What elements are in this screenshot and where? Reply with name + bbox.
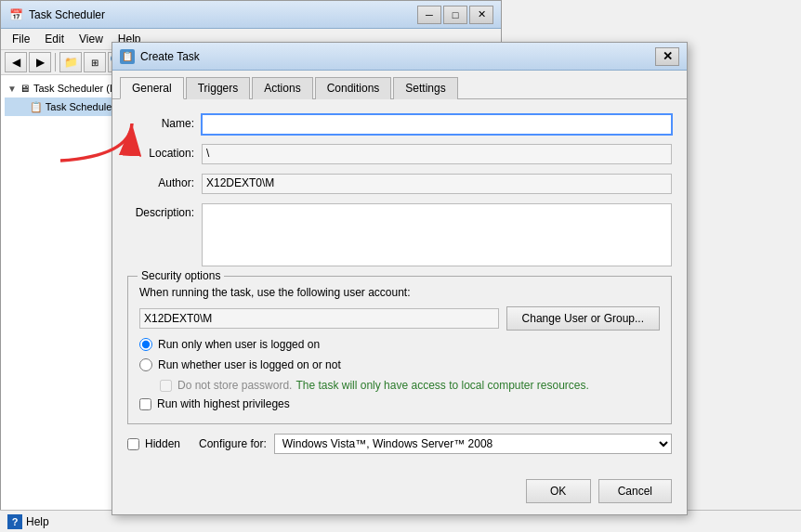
configure-row: Configure for: Windows Vista™, Windows S… [199, 434, 672, 454]
tree-label-child: Task Scheduler [46, 101, 115, 112]
radio-whether-row: Run whether user is logged on or not [139, 358, 660, 371]
tab-actions[interactable]: Actions [252, 77, 312, 99]
name-input[interactable] [202, 114, 672, 135]
dont-store-checkbox [160, 380, 172, 392]
tree-label-root: Task Scheduler (L [33, 83, 115, 94]
dialog-title: Create Task [140, 50, 655, 63]
location-row: Location: \ [127, 144, 672, 164]
when-running-label: When running the task, use the following… [139, 286, 660, 299]
help-btn[interactable]: ? Help [7, 514, 49, 529]
security-group-label: Security options [138, 269, 224, 282]
hidden-label: Hidden [145, 437, 180, 450]
author-value: X12DEXT0\M [202, 174, 672, 194]
radio-logged-on[interactable] [139, 338, 152, 351]
ts-window-controls: ─ □ ✕ [417, 6, 493, 24]
location-label: Location: [127, 144, 202, 160]
back-btn[interactable]: ◀ [5, 52, 27, 72]
description-label: Description: [127, 203, 202, 219]
ok-btn[interactable]: OK [526, 479, 591, 503]
menu-view[interactable]: View [72, 31, 111, 47]
tree-item-child[interactable]: 📋 Task Scheduler [5, 97, 117, 116]
account-input[interactable] [139, 308, 499, 329]
menu-edit[interactable]: Edit [37, 31, 72, 47]
menu-file[interactable]: File [5, 31, 37, 47]
author-row: Author: X12DEXT0\M [127, 174, 672, 194]
name-row: Name: [127, 114, 672, 135]
hidden-checkbox[interactable] [127, 438, 139, 450]
dialog-titlebar: 📋 Create Task ✕ [112, 43, 687, 71]
author-label: Author: [127, 174, 202, 189]
description-row: Description: [127, 203, 672, 266]
dialog-buttons: OK Cancel [526, 479, 672, 503]
help-label: Help [26, 515, 49, 528]
ts-title: Task Scheduler [29, 8, 417, 21]
ts-titlebar: 📅 Task Scheduler ─ □ ✕ [1, 1, 501, 29]
privileges-checkbox[interactable] [139, 398, 151, 410]
hidden-configure-row: Hidden Configure for: Windows Vista™, Wi… [127, 434, 672, 454]
ts-maximize-btn[interactable]: □ [443, 6, 467, 24]
configure-label: Configure for: [199, 437, 267, 450]
radio-logged-on-row: Run only when user is logged on [139, 338, 660, 351]
tree-item-root[interactable]: ▼ 🖥 Task Scheduler (L [5, 79, 117, 97]
cancel-btn[interactable]: Cancel [598, 479, 672, 503]
radio-whether[interactable] [139, 358, 152, 371]
dont-store-label: Do not store password. [177, 379, 292, 392]
account-row: Change User or Group... [139, 306, 660, 331]
tab-triggers[interactable]: Triggers [186, 77, 251, 99]
tree-icon-root: 🖥 [18, 81, 31, 96]
toolbar-sep [55, 53, 56, 71]
new-task-btn[interactable]: ⊞ [84, 52, 106, 72]
tree-expand-root[interactable]: ▼ [7, 82, 18, 95]
dialog-general-content: Name: Location: \ Author: X12DEXT0\M Des… [112, 99, 687, 469]
ts-close-btn[interactable]: ✕ [469, 6, 493, 24]
dialog-tabs: General Triggers Actions Conditions Sett… [112, 71, 687, 99]
ts-app-icon: 📅 [8, 7, 23, 22]
tree-expand-child[interactable] [23, 100, 30, 113]
tab-settings[interactable]: Settings [393, 77, 457, 99]
dialog-close-btn[interactable]: ✕ [655, 47, 679, 66]
dialog-title-icon: 📋 [120, 49, 135, 64]
dont-store-row: Do not store password. The task will onl… [139, 379, 660, 392]
change-user-btn[interactable]: Change User or Group... [506, 306, 660, 331]
ts-tree-panel: ▼ 🖥 Task Scheduler (L 📋 Task Scheduler [1, 75, 122, 529]
description-input[interactable] [202, 203, 672, 266]
privileges-row: Run with highest privileges [139, 397, 660, 410]
radio-logged-on-label: Run only when user is logged on [158, 338, 320, 351]
privileges-label: Run with highest privileges [157, 397, 290, 410]
local-resources-label: The task will only have access to local … [295, 379, 588, 392]
create-task-dialog: 📋 Create Task ✕ General Triggers Actions… [112, 42, 688, 515]
security-options-group: Security options When running the task, … [127, 276, 672, 424]
tab-conditions[interactable]: Conditions [315, 77, 392, 99]
forward-btn[interactable]: ▶ [29, 52, 51, 72]
tree-icon-child: 📋 [30, 99, 43, 114]
location-value: \ [202, 144, 672, 164]
configure-select[interactable]: Windows Vista™, Windows Server™ 2008 Win… [274, 434, 672, 454]
radio-whether-label: Run whether user is logged on or not [158, 358, 341, 371]
tab-general[interactable]: General [120, 77, 184, 99]
name-label: Name: [127, 114, 202, 130]
ts-minimize-btn[interactable]: ─ [417, 6, 441, 24]
new-folder-btn[interactable]: 📁 [59, 52, 82, 72]
help-icon: ? [7, 514, 22, 529]
